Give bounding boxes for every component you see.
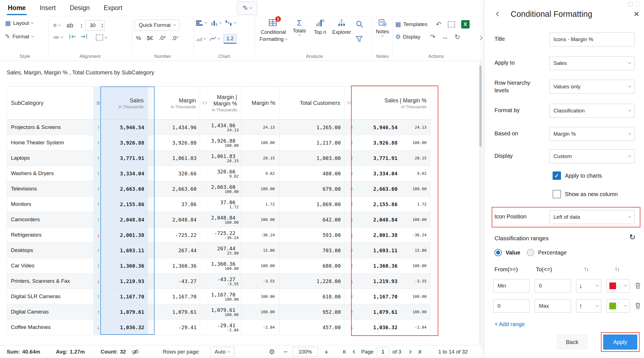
range-to-input[interactable]: Max bbox=[535, 299, 571, 313]
cell-margin-combo[interactable]: -29.41-2.84 bbox=[200, 320, 241, 335]
refresh-icon[interactable]: ↻ bbox=[454, 34, 460, 40]
cell-margin-combo[interactable]: 37.061.72 bbox=[200, 197, 241, 212]
cell-margin-combo[interactable]: -725.22-36.24 bbox=[200, 227, 241, 243]
delete-range-icon[interactable] bbox=[635, 282, 641, 289]
cell-total-customers[interactable]: 642.00 bbox=[280, 212, 344, 227]
popout-icon[interactable] bbox=[628, 2, 633, 6]
cell-margin-combo[interactable]: 320.669.62 bbox=[200, 166, 241, 181]
col-header-sales-combo[interactable]: Sales | Margin %in Thousands bbox=[344, 87, 431, 120]
cell-margin-pct[interactable]: 9.62 bbox=[241, 166, 280, 181]
percentage-radio[interactable]: Percentage bbox=[527, 249, 567, 256]
table-row[interactable]: Laptops↑3,771.911,061.831,061.8328.1528.… bbox=[7, 150, 431, 166]
apply-button[interactable]: Apply bbox=[603, 335, 637, 350]
range-color-select[interactable] bbox=[606, 299, 630, 313]
cell-total-customers[interactable]: 457.00 bbox=[280, 320, 344, 335]
vertical-align-dropdown[interactable]: ≔ bbox=[53, 34, 63, 41]
tab-insert[interactable]: Insert bbox=[39, 0, 56, 16]
redo-icon[interactable]: ↷ bbox=[430, 34, 435, 40]
explorer-button[interactable]: Explorer bbox=[330, 19, 353, 35]
decrease-decimals-button[interactable]: .0− bbox=[172, 35, 179, 41]
zoom-in-button[interactable]: + bbox=[324, 347, 328, 356]
cell-sales[interactable]: ↓1,219.93 bbox=[94, 274, 148, 289]
rows-per-page-select[interactable]: Auto bbox=[210, 347, 234, 357]
cell-sales-combo[interactable]: ↓2,001.38-36.24 bbox=[344, 227, 431, 243]
undo-icon[interactable]: ↶ bbox=[436, 21, 441, 28]
cell-sales-combo[interactable]: ↑1,167.70100.00 bbox=[344, 289, 431, 304]
cell-sales[interactable]: ↑2,155.86 bbox=[94, 197, 148, 212]
icon-position-select[interactable]: Left of data bbox=[549, 210, 635, 224]
col-header-sales[interactable]: ≡ Salesin Thousands bbox=[94, 87, 148, 120]
quick-format-dropdown[interactable]: Quick Format bbox=[135, 20, 179, 31]
cell-margin[interactable]: 2,663.60 bbox=[148, 181, 200, 197]
cell-margin[interactable]: -725.22 bbox=[148, 227, 200, 243]
table-row[interactable]: Projectors & Screens↑5,946.541,434.961,4… bbox=[7, 120, 431, 135]
cell-sales-combo[interactable]: ↓1,036.32-2.84 bbox=[344, 320, 431, 335]
row-height-stepper[interactable]: 30 ▲▼ bbox=[85, 20, 105, 31]
cell-sales[interactable]: ↑2,048.84 bbox=[94, 212, 148, 227]
close-icon[interactable]: × bbox=[634, 9, 639, 18]
table-row[interactable]: Digital Cameras↑1,079.611,079.611,079.61… bbox=[7, 304, 431, 320]
currency-format-button[interactable]: $€ bbox=[147, 35, 153, 41]
filter-button[interactable] bbox=[356, 36, 363, 44]
cell-sales-combo[interactable]: ↑1,693.1115.80 bbox=[344, 243, 431, 258]
cell-sales[interactable]: ↓2,001.38 bbox=[94, 227, 148, 243]
menu-icon[interactable] bbox=[636, 2, 640, 6]
cell-sales[interactable]: ↑5,946.54 bbox=[94, 120, 148, 135]
cell-margin-combo[interactable]: -43.27-3.55 bbox=[200, 274, 241, 289]
zoom-out-button[interactable]: − bbox=[283, 347, 288, 356]
cell-sales-combo[interactable]: ↓1,219.93-3.55 bbox=[344, 274, 431, 289]
cell-margin-pct[interactable]: 100.00 bbox=[241, 135, 280, 150]
cell-sales[interactable]: ↓1,036.32 bbox=[94, 320, 148, 335]
waterfall-chart-dropdown[interactable] bbox=[225, 20, 236, 26]
cell-margin-pct[interactable]: 100.00 bbox=[241, 212, 280, 227]
range-icon-select[interactable]: ↑ bbox=[576, 299, 601, 313]
cell-margin-combo[interactable]: 1,434.9624.13 bbox=[200, 120, 241, 135]
cell-total-customers[interactable]: 1,228.00 bbox=[280, 274, 344, 289]
cell-margin-combo[interactable]: 2,663.60100.00 bbox=[200, 181, 241, 197]
edit-mode-button[interactable]: ✎ bbox=[237, 1, 257, 15]
cell-sales-combo[interactable]: ↑3,334.049.62 bbox=[344, 166, 431, 181]
cell-sales[interactable]: ↑3,771.91 bbox=[94, 150, 148, 166]
range-color-select[interactable] bbox=[606, 279, 630, 293]
cell-sales[interactable]: ↑3,926.88 bbox=[94, 135, 148, 150]
outdent-icon[interactable] bbox=[69, 34, 76, 41]
value-radio[interactable]: Value bbox=[494, 249, 520, 256]
cell-sales-combo[interactable]: ↑1,360.36100.00 bbox=[344, 258, 431, 274]
table-row[interactable]: Car Video↑1,360.361,360.361,360.36100.00… bbox=[7, 258, 431, 274]
layout-dropdown[interactable]: ▦ Layout bbox=[5, 20, 33, 26]
cell-margin-pct[interactable]: 100.00 bbox=[241, 304, 280, 320]
search-button[interactable] bbox=[356, 20, 363, 29]
indent-icon[interactable] bbox=[80, 34, 87, 41]
range-icon-select[interactable]: ↓ bbox=[576, 279, 601, 293]
cell-total-customers[interactable]: 618.00 bbox=[280, 289, 344, 304]
borders-dropdown[interactable] bbox=[96, 34, 107, 41]
cell-margin-combo[interactable]: 3,926.88100.00 bbox=[200, 135, 241, 150]
cell-margin-pct[interactable]: 1.72 bbox=[241, 197, 280, 212]
cell-sales-combo[interactable]: ↑3,926.88100.00 bbox=[344, 135, 431, 150]
panel-back-chevron[interactable] bbox=[496, 12, 501, 17]
tab-design[interactable]: Design bbox=[69, 0, 90, 16]
cell-sales[interactable]: ↑1,693.11 bbox=[94, 243, 148, 258]
cell-margin-pct[interactable]: 28.15 bbox=[241, 150, 280, 166]
table-row[interactable]: Refrigerators↓2,001.38-725.22-725.22-36.… bbox=[7, 227, 431, 243]
ribbon-expand-chevron[interactable] bbox=[478, 36, 483, 41]
area-chart-dropdown[interactable] bbox=[196, 36, 206, 42]
notes-button[interactable]: Notes bbox=[373, 19, 391, 36]
cell-margin[interactable]: 3,926.88 bbox=[148, 135, 200, 150]
table-row[interactable]: Digital SLR Cameras↑1,167.701,167.701,16… bbox=[7, 289, 431, 304]
cell-sales[interactable]: ↑1,167.70 bbox=[94, 289, 148, 304]
cell-margin[interactable]: 1,360.36 bbox=[148, 258, 200, 274]
table-row[interactable]: Washers & Dryers↑3,334.04320.66320.669.6… bbox=[7, 166, 431, 181]
percent-format-button[interactable]: % bbox=[136, 35, 141, 41]
format-by-select[interactable]: Classification bbox=[549, 104, 635, 118]
cell-margin-pct[interactable]: 24.13 bbox=[241, 120, 280, 135]
top-n-button[interactable]: Top n bbox=[310, 19, 330, 35]
cell-sales[interactable]: ↑3,334.04 bbox=[94, 166, 148, 181]
cell-margin-pct[interactable]: -36.24 bbox=[241, 227, 280, 243]
excel-export-icon[interactable]: X bbox=[461, 20, 470, 29]
vertical-scrollbar[interactable] bbox=[479, 62, 482, 345]
col-header-margin-combo[interactable]: Margin |Margin %in Thousands bbox=[200, 87, 241, 120]
cell-margin[interactable]: 2,048.84 bbox=[148, 212, 200, 227]
based-on-select[interactable]: Margin % bbox=[549, 127, 635, 141]
stepper-arrows[interactable]: ▲▼ bbox=[100, 20, 105, 30]
